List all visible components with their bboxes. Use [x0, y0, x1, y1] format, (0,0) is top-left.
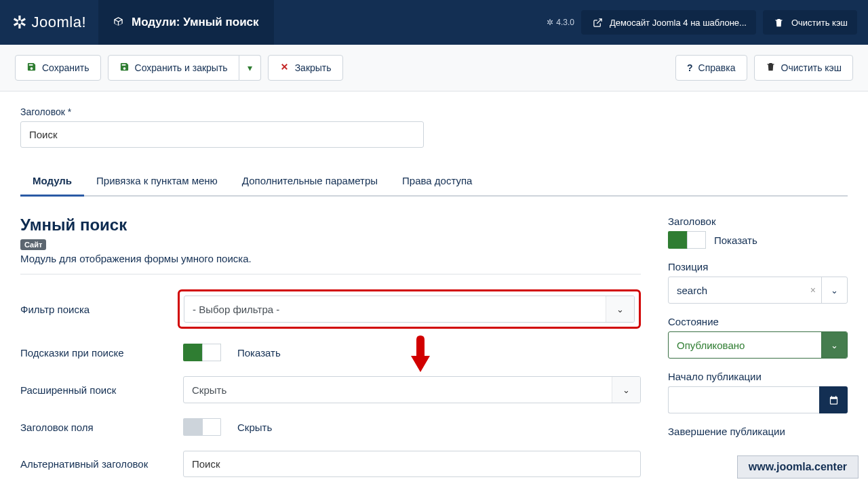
- chevron-down-icon: ⌄: [606, 296, 634, 322]
- side-title-label: Заголовок: [668, 216, 848, 227]
- help-label: Справка: [698, 62, 736, 73]
- label-search-filter: Фильтр поиска: [20, 304, 183, 315]
- hints-toggle-label: Показать: [237, 347, 281, 359]
- field-title-toggle-label: Скрыть: [237, 422, 272, 433]
- calendar-button[interactable]: [819, 386, 848, 413]
- chevron-down-icon: ⌄: [821, 332, 847, 358]
- side-status-field: Состояние Опубликовано ⌄: [668, 316, 848, 359]
- trash-icon: [772, 16, 786, 29]
- header-right: ✲ 4.3.0 Демосайт Joomla 4 на шаблоне... …: [547, 10, 868, 35]
- joomla-mark-icon: ✲: [12, 12, 28, 33]
- help-button[interactable]: ? Справка: [675, 55, 747, 81]
- row-advanced-search: Расширенный поиск Скрыть ⌄: [20, 376, 641, 403]
- label-alt-title: Альтернативный заголовок: [20, 458, 183, 470]
- clear-cache-header-label: Очистить кэш: [791, 18, 848, 28]
- content-area: Заголовок * Модуль Привязка к пунктам ме…: [0, 92, 868, 488]
- save-dropdown-button[interactable]: ▾: [239, 55, 261, 81]
- chevron-down-icon: ▾: [248, 62, 252, 73]
- side-pub-start-label: Начало публикации: [668, 371, 848, 382]
- save-label: Сохранить: [42, 62, 90, 73]
- highlight-annotation: - Выбор фильтра - ⌄: [178, 289, 641, 329]
- hints-toggle[interactable]: [183, 344, 221, 361]
- demo-site-label: Демосайт Joomla 4 на шаблоне...: [610, 18, 747, 28]
- divider: [20, 274, 641, 274]
- title-field-wrap: Заголовок *: [20, 106, 848, 148]
- version-badge: ✲ 4.3.0: [547, 18, 574, 27]
- brand-text: Joomla!: [32, 14, 87, 31]
- save-close-icon: [119, 62, 130, 74]
- save-icon: [26, 62, 37, 74]
- external-link-icon: [591, 16, 604, 29]
- title-show-toggle-label: Показать: [714, 235, 757, 246]
- close-label: Закрыть: [295, 62, 332, 73]
- save-close-button[interactable]: Сохранить и закрыть: [108, 55, 239, 81]
- status-value: Опубликовано: [669, 340, 821, 351]
- field-title-toggle[interactable]: [183, 418, 221, 436]
- search-filter-value: - Выбор фильтра -: [184, 304, 288, 315]
- position-value: search: [669, 285, 805, 296]
- position-clear-icon[interactable]: ×: [805, 285, 821, 296]
- question-icon: ?: [687, 62, 693, 73]
- trash-icon: [766, 62, 776, 74]
- close-button[interactable]: Закрыть: [268, 55, 343, 81]
- clear-cache-header-button[interactable]: Очистить кэш: [763, 10, 857, 35]
- side-pub-end-field: Завершение публикации: [668, 426, 848, 437]
- save-close-label: Сохранить и закрыть: [135, 62, 228, 73]
- module-heading: Умный поиск: [20, 216, 641, 235]
- site-badge: Сайт: [20, 239, 46, 250]
- advanced-search-select[interactable]: Скрыть ⌄: [183, 376, 641, 403]
- module-description: Модуль для отображения формы умного поис…: [20, 253, 641, 264]
- tabs-bar: Модуль Привязка к пунктам меню Дополните…: [20, 167, 848, 197]
- side-title-field: Заголовок Показать: [668, 216, 848, 249]
- title-section: Модули: Умный поиск: [98, 0, 274, 45]
- page-title: Модули: Умный поиск: [132, 16, 259, 29]
- position-select[interactable]: search × ⌄: [668, 277, 848, 304]
- version-text: 4.3.0: [556, 18, 574, 27]
- pane-left: Умный поиск Сайт Модуль для отображения …: [20, 216, 641, 488]
- clear-cache-label: Очистить кэш: [781, 62, 842, 73]
- title-show-toggle[interactable]: [668, 231, 706, 249]
- save-button[interactable]: Сохранить: [15, 55, 101, 81]
- close-icon: [279, 62, 290, 74]
- joomla-small-icon: ✲: [547, 18, 553, 27]
- tab-menu-assignment[interactable]: Привязка к пунктам меню: [84, 167, 230, 197]
- row-field-title: Заголовок поля Скрыть: [20, 418, 641, 436]
- side-pub-start-field: Начало публикации: [668, 371, 848, 413]
- search-filter-select[interactable]: - Выбор фильтра - ⌄: [184, 296, 635, 323]
- pane-right: Заголовок Показать Позиция search × ⌄ Со…: [668, 216, 848, 488]
- advanced-search-value: Скрыть: [184, 384, 235, 396]
- chevron-down-icon: ⌄: [612, 377, 640, 403]
- toolbar: Сохранить Сохранить и закрыть ▾ Закрыть …: [0, 45, 868, 92]
- box-icon: [113, 16, 123, 28]
- pub-start-input[interactable]: [668, 386, 819, 413]
- demo-site-link[interactable]: Демосайт Joomla 4 на шаблоне...: [581, 10, 756, 35]
- side-pub-end-label: Завершение публикации: [668, 426, 848, 437]
- tab-module[interactable]: Модуль: [20, 167, 84, 197]
- status-select[interactable]: Опубликовано ⌄: [668, 331, 848, 359]
- side-position-field: Позиция search × ⌄: [668, 261, 848, 304]
- alt-title-input[interactable]: [183, 451, 641, 477]
- calendar-icon: [829, 395, 839, 405]
- title-input[interactable]: [20, 121, 424, 148]
- label-field-title: Заголовок поля: [20, 422, 183, 433]
- row-alt-title: Альтернативный заголовок: [20, 451, 641, 477]
- label-search-hints: Подсказки при поиске: [20, 347, 183, 359]
- clear-cache-button[interactable]: Очистить кэш: [754, 55, 854, 81]
- watermark: www.joomla.center: [737, 455, 859, 479]
- row-search-filter: Фильтр поиска - Выбор фильтра - ⌄: [20, 289, 641, 329]
- chevron-down-icon: ⌄: [821, 277, 847, 303]
- tab-advanced[interactable]: Дополнительные параметры: [230, 167, 390, 197]
- top-header: ✲ Joomla! Модули: Умный поиск ✲ 4.3.0 Де…: [0, 0, 868, 45]
- title-field-label: Заголовок *: [20, 106, 848, 117]
- tab-permissions[interactable]: Права доступа: [390, 167, 484, 197]
- save-close-group: Сохранить и закрыть ▾: [108, 55, 261, 81]
- tab-pane: Умный поиск Сайт Модуль для отображения …: [20, 216, 848, 488]
- side-position-label: Позиция: [668, 261, 848, 272]
- row-search-hints: Подсказки при поиске Показать: [20, 344, 641, 361]
- joomla-logo: ✲ Joomla!: [12, 12, 86, 33]
- brand-section[interactable]: ✲ Joomla!: [0, 0, 98, 45]
- label-advanced-search: Расширенный поиск: [20, 384, 183, 396]
- side-status-label: Состояние: [668, 316, 848, 327]
